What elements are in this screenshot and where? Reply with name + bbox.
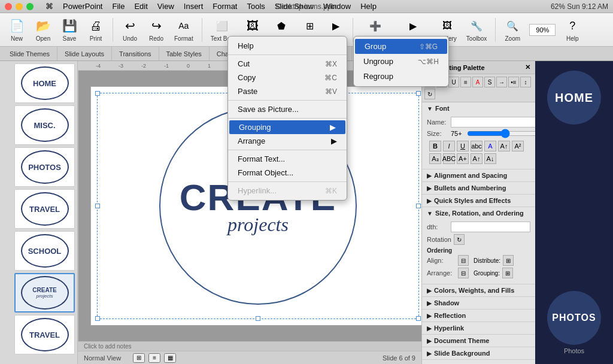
btn-strikethrough[interactable]: abc (471, 141, 482, 151)
tab-transitions[interactable]: Transitions (112, 47, 159, 60)
menu-item-grouping[interactable]: Grouping ▶ (229, 120, 345, 134)
toolbar-format[interactable]: Aa Format (171, 15, 197, 44)
menu-item-formatobj[interactable]: Format Object... (228, 166, 347, 180)
btn-color[interactable]: A (484, 141, 496, 151)
icon-color[interactable]: A (472, 77, 483, 87)
arrange-btn[interactable]: ⊟ (458, 268, 469, 278)
btn-superscript[interactable]: A² (512, 141, 524, 151)
rotation-btn[interactable]: ↻ (454, 234, 465, 245)
menu-item-cut[interactable]: Cut ⌘X (228, 57, 347, 71)
icon-indent[interactable]: → (496, 77, 507, 87)
panel-close-icon[interactable]: ✕ (525, 63, 530, 71)
view-buttons[interactable]: ⊞ ≡ ▦ (133, 353, 176, 363)
menu-edit[interactable]: Edit (134, 2, 147, 11)
font-name-input[interactable] (451, 117, 535, 128)
quickstyles-header[interactable]: ▶ Quick Styles and Effects (422, 195, 535, 207)
tab-slide-themes[interactable]: Slide Themes (2, 47, 57, 60)
sizerotation-header[interactable]: ▼ Size, Rotation, and Ordering (422, 207, 535, 219)
menu-item-copy[interactable]: Copy ⌘C (228, 71, 347, 84)
hyperlink-header[interactable]: ▶ Hyperlink (422, 322, 535, 334)
apple-menu[interactable]: ⌘ (45, 2, 53, 11)
slide-thumb-7[interactable]: TRAVEL (14, 315, 75, 354)
toolbar-undo[interactable]: ↩ Undo (118, 15, 142, 44)
alignment-header[interactable]: ▶ Alignment and Spacing (422, 169, 535, 181)
btn-effects[interactable]: A+ (457, 153, 469, 164)
colors-header[interactable]: ▶ Colors, Weights, and Fills (422, 284, 535, 296)
btn-subscript[interactable]: A₂ (429, 153, 441, 164)
shadow-header[interactable]: ▶ Shadow (422, 297, 535, 309)
btn-highlight[interactable]: A↑ (498, 141, 510, 151)
slide-thumb-4[interactable]: TRAVEL (14, 189, 75, 229)
handle-bm[interactable] (256, 316, 260, 321)
slide-thumb-1[interactable]: HOME (14, 63, 75, 103)
normal-view-btn[interactable]: ⊞ (133, 353, 145, 363)
icon-underline[interactable]: U (448, 77, 459, 87)
handle-ml[interactable] (95, 204, 100, 208)
maximize-button[interactable] (26, 3, 34, 10)
menu-view[interactable]: View (157, 2, 174, 11)
btn-underline[interactable]: U (457, 141, 469, 151)
tab-slide-layouts[interactable]: Slide Layouts (57, 47, 112, 60)
slide-thumb-3[interactable]: PHOTOS (14, 147, 75, 187)
menu-item-saveas[interactable]: Save as Picture... (228, 102, 347, 116)
handle-mr[interactable] (416, 204, 421, 208)
menu-item-arrange[interactable]: Arrange ▶ (228, 134, 347, 148)
open-icon: 📂 (35, 17, 51, 34)
toolbar-open[interactable]: 📂 Open (31, 15, 55, 44)
menu-item-paste[interactable]: Paste ⌘V (228, 84, 347, 98)
menu-item-help[interactable]: Help (228, 39, 347, 53)
close-button[interactable] (5, 3, 12, 10)
menu-format[interactable]: Format (213, 2, 237, 11)
icon-rotate[interactable]: ↻ (424, 89, 435, 99)
font-section-header[interactable]: ▼ Font (422, 102, 535, 114)
submenu-item-group[interactable]: Group ⇧⌘G (355, 39, 447, 54)
menu-help[interactable]: Help (360, 2, 377, 11)
font-size-slider[interactable] (467, 129, 535, 138)
minimize-button[interactable] (16, 3, 23, 10)
menu-insert[interactable]: Insert (184, 2, 204, 11)
toolbar-print[interactable]: 🖨 Print (84, 15, 108, 44)
menu-powerpoint[interactable]: PowerPoint (63, 2, 102, 11)
btn-italic[interactable]: I (443, 141, 455, 151)
outline-view-btn[interactable]: ≡ (148, 353, 160, 363)
submenu-item-regroup[interactable]: Regroup (354, 69, 448, 84)
icon-bullets[interactable]: •≡ (508, 77, 519, 87)
zoom-input[interactable] (529, 24, 556, 36)
handle-tr[interactable] (416, 91, 421, 96)
handle-tl[interactable] (95, 91, 100, 96)
icon-shadow[interactable]: S (484, 77, 495, 87)
slide-thumb-2[interactable]: MISC. (14, 105, 75, 145)
bullets-header[interactable]: ▶ Bullets and Numbering (422, 182, 535, 194)
slide-sorter-btn[interactable]: ▦ (164, 353, 176, 363)
submenu-item-ungroup[interactable]: Ungroup ⌥⌘H (354, 54, 448, 69)
icon-align[interactable]: ≡ (460, 77, 471, 87)
handle-bl[interactable] (95, 316, 100, 321)
toolbar-new[interactable]: 📄 New (5, 15, 29, 44)
menu-item-formattext[interactable]: Format Text... (228, 152, 347, 166)
toolbar-toolbox[interactable]: 🔧 Toolbox (463, 15, 490, 44)
grouping-btn[interactable]: ⊞ (502, 268, 513, 278)
toolbar-help[interactable]: ? Help (560, 15, 584, 44)
handle-br[interactable] (416, 316, 421, 321)
btn-bold[interactable]: B (429, 141, 441, 151)
doctheme-header[interactable]: ▶ Document Theme (422, 335, 535, 347)
distribute-btn[interactable]: ⊞ (503, 255, 514, 266)
toolbar-redo[interactable]: ↪ Redo (144, 15, 168, 44)
toolbar-save[interactable]: 💾 Save (57, 15, 81, 44)
window-controls[interactable] (5, 3, 34, 10)
btn-smaller[interactable]: A↓ (484, 153, 496, 164)
slidebg-header[interactable]: ▶ Slide Background (422, 347, 535, 359)
menu-item-hyperlink[interactable]: Hyperlink... ⌘K (228, 184, 347, 198)
btn-larger[interactable]: A↑ (471, 153, 482, 164)
icon-spacing[interactable]: ↕ (520, 77, 531, 87)
reflection-header[interactable]: ▶ Reflection (422, 310, 535, 321)
menu-tools[interactable]: Tools (247, 2, 265, 11)
align-btn[interactable]: ⊟ (458, 255, 469, 266)
slide-thumb-5[interactable]: SCHOOL (14, 231, 75, 271)
width-input[interactable] (451, 222, 530, 232)
menu-file[interactable]: File (112, 2, 125, 11)
toolbar-zoom[interactable]: 🔍 Zoom (500, 15, 524, 44)
slide-thumb-6[interactable]: CREATE projects (14, 273, 75, 313)
tab-table-styles[interactable]: Table Styles (159, 47, 210, 60)
btn-caps[interactable]: ABC (443, 153, 455, 164)
